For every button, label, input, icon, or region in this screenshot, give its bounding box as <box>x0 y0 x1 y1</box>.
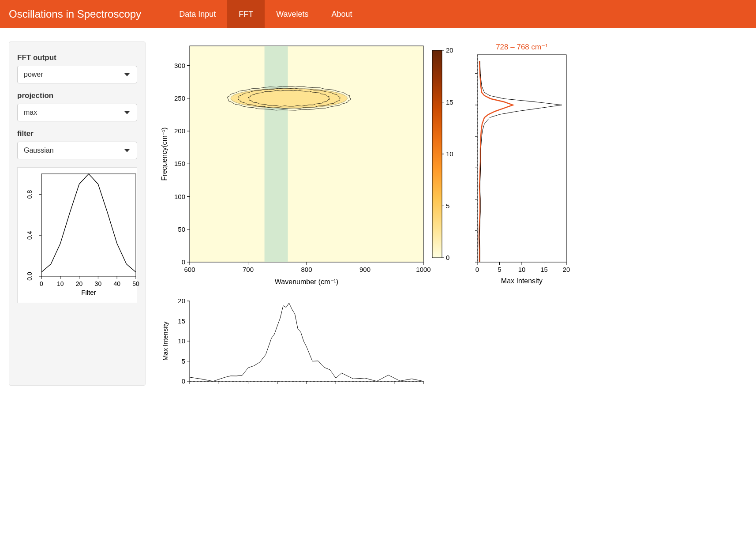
svg-text:0.0: 0.0 <box>26 272 33 281</box>
svg-text:Max Intensity: Max Intensity <box>161 321 169 361</box>
tab-about[interactable]: About <box>320 0 364 28</box>
svg-text:0: 0 <box>475 266 479 273</box>
svg-text:0: 0 <box>40 280 43 287</box>
tab-data-input[interactable]: Data Input <box>168 0 227 28</box>
svg-text:Max Intensity: Max Intensity <box>501 277 543 285</box>
svg-text:5: 5 <box>182 357 185 365</box>
svg-text:20: 20 <box>446 46 453 54</box>
app-title: Oscillations in Spectroscopy <box>9 0 141 28</box>
svg-rect-0 <box>41 174 136 276</box>
svg-text:50: 50 <box>132 280 139 287</box>
svg-text:5: 5 <box>446 202 449 210</box>
tab-fft[interactable]: FFT <box>227 0 265 28</box>
svg-text:600: 600 <box>184 266 195 273</box>
filter-value: Gaussian <box>24 147 54 154</box>
svg-text:30: 30 <box>95 280 102 287</box>
svg-text:5: 5 <box>498 266 501 273</box>
svg-text:728 – 768 cm⁻¹: 728 – 768 cm⁻¹ <box>496 43 548 51</box>
tab-wavelets[interactable]: Wavelets <box>265 0 320 28</box>
svg-text:0: 0 <box>446 254 449 261</box>
fft-output-select[interactable]: power <box>17 66 137 83</box>
svg-text:100: 100 <box>174 193 185 200</box>
svg-text:1000: 1000 <box>416 266 430 273</box>
svg-text:300: 300 <box>174 62 185 69</box>
svg-text:Frequency(cm⁻¹): Frequency(cm⁻¹) <box>161 128 168 181</box>
sidebar: FFT output power projection max filter G… <box>9 41 146 386</box>
svg-text:50: 50 <box>178 225 185 233</box>
svg-text:15: 15 <box>446 98 453 106</box>
svg-rect-55 <box>432 50 442 258</box>
svg-text:15: 15 <box>178 317 185 325</box>
svg-text:0: 0 <box>182 377 185 385</box>
svg-text:700: 700 <box>243 266 254 273</box>
svg-text:20: 20 <box>563 266 570 273</box>
svg-text:10: 10 <box>178 337 185 345</box>
svg-point-28 <box>231 88 347 109</box>
projection-value: max <box>24 109 37 116</box>
fft-output-value: power <box>24 71 43 79</box>
svg-text:0.8: 0.8 <box>26 190 33 199</box>
navbar: Oscillations in Spectroscopy Data Input … <box>0 0 756 28</box>
filter-plot: 010203040500.00.40.8Filter <box>17 167 137 303</box>
projection-select[interactable]: max <box>17 104 137 121</box>
svg-text:20: 20 <box>178 297 185 304</box>
svg-text:900: 900 <box>359 266 371 273</box>
svg-text:250: 250 <box>174 94 185 102</box>
svg-text:10: 10 <box>57 280 64 287</box>
svg-text:0.4: 0.4 <box>26 231 33 240</box>
svg-text:200: 200 <box>174 127 185 135</box>
svg-text:Wavenumber (cm⁻¹): Wavenumber (cm⁻¹) <box>275 278 338 286</box>
navbar-tabs: Data Input FFT Wavelets About <box>168 0 363 28</box>
svg-text:150: 150 <box>174 160 185 167</box>
right-projection-plot: 728 – 768 cm⁻¹05101520Max Intensity <box>465 41 571 297</box>
svg-text:800: 800 <box>301 266 312 273</box>
bottom-projection-plot: 05101520Max Intensity <box>159 297 459 386</box>
svg-rect-90 <box>477 55 566 262</box>
chevron-down-icon <box>124 73 130 76</box>
fft-heatmap[interactable]: 6007008009001000050100150200250300Wavenu… <box>159 41 459 297</box>
svg-rect-21 <box>265 46 288 262</box>
svg-text:40: 40 <box>113 280 120 287</box>
svg-text:10: 10 <box>518 266 526 273</box>
projection-label: projection <box>17 91 137 100</box>
svg-text:10: 10 <box>446 150 453 158</box>
filter-label: filter <box>17 129 137 138</box>
chevron-down-icon <box>124 149 130 152</box>
svg-rect-20 <box>190 46 423 262</box>
filter-select[interactable]: Gaussian <box>17 142 137 159</box>
svg-text:20: 20 <box>76 280 83 287</box>
svg-text:15: 15 <box>540 266 548 273</box>
chevron-down-icon <box>124 111 130 114</box>
svg-text:Filter: Filter <box>81 289 96 296</box>
fft-output-label: FFT output <box>17 53 137 62</box>
svg-text:0: 0 <box>182 258 185 266</box>
